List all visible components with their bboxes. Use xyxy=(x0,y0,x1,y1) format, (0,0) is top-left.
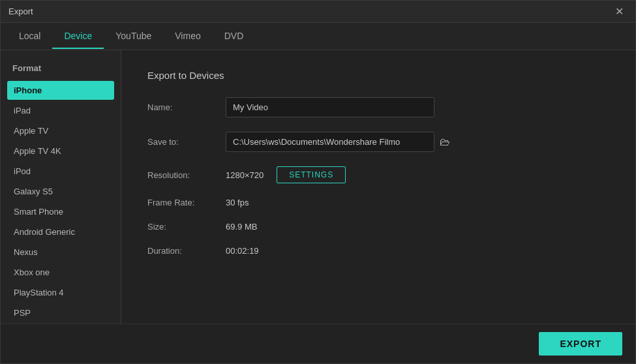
size-label: Size: xyxy=(147,222,226,232)
framerate-label: Frame Rate: xyxy=(147,198,226,207)
sidebar-item-nexus[interactable]: Nexus xyxy=(7,243,114,262)
dialog-title: Export xyxy=(8,7,33,16)
tab-device[interactable]: Device xyxy=(52,24,104,49)
saveto-wrapper: 🗁 xyxy=(226,132,450,152)
name-row: Name: xyxy=(147,97,609,117)
resolution-value: 1280×720 xyxy=(226,170,264,180)
size-row: Size: 69.9 MB xyxy=(147,222,609,232)
main-panel: Export to Devices Name: Save to: 🗁 Resol… xyxy=(121,50,635,324)
duration-value: 00:02:19 xyxy=(226,246,259,256)
sidebar-item-appletv[interactable]: Apple TV xyxy=(7,121,114,140)
settings-button[interactable]: SETTINGS xyxy=(277,166,346,183)
export-button[interactable]: EXPORT xyxy=(539,332,622,356)
footer: EXPORT xyxy=(1,324,635,363)
sidebar-title: Format xyxy=(7,63,114,73)
sidebar-item-xboxone[interactable]: Xbox one xyxy=(7,263,114,282)
saveto-row: Save to: 🗁 xyxy=(147,132,609,152)
saveto-input[interactable] xyxy=(226,132,434,152)
framerate-value: 30 fps xyxy=(226,198,249,207)
sidebar-item-ipad[interactable]: iPad xyxy=(7,101,114,120)
tab-youtube[interactable]: YouTube xyxy=(104,24,163,49)
duration-label: Duration: xyxy=(147,246,226,256)
size-value: 69.9 MB xyxy=(226,222,257,232)
sidebar-item-iphone[interactable]: iPhone xyxy=(7,81,114,100)
sidebar: Format iPhone iPad Apple TV Apple TV 4K … xyxy=(1,50,121,324)
sidebar-item-ps4[interactable]: PlayStation 4 xyxy=(7,283,114,302)
resolution-row: Resolution: 1280×720 SETTINGS xyxy=(147,166,609,183)
tab-vimeo[interactable]: Vimeo xyxy=(163,24,212,49)
sidebar-item-galaxys5[interactable]: Galaxy S5 xyxy=(7,182,114,201)
framerate-row: Frame Rate: 30 fps xyxy=(147,198,609,207)
name-label: Name: xyxy=(147,102,226,112)
sidebar-item-ipod[interactable]: iPod xyxy=(7,162,114,181)
sidebar-item-smartphone[interactable]: Smart Phone xyxy=(7,202,114,221)
panel-title: Export to Devices xyxy=(147,70,609,81)
tab-dvd[interactable]: DVD xyxy=(213,24,256,49)
saveto-label: Save to: xyxy=(147,137,226,147)
sidebar-item-psp[interactable]: PSP xyxy=(7,303,114,322)
sidebar-item-androidgeneric[interactable]: Android Generic xyxy=(7,222,114,241)
resolution-value-row: 1280×720 SETTINGS xyxy=(226,166,346,183)
name-input[interactable] xyxy=(226,97,434,117)
tab-bar: Local Device YouTube Vimeo DVD xyxy=(1,23,635,50)
folder-icon[interactable]: 🗁 xyxy=(440,136,450,148)
title-bar: Export ✕ xyxy=(1,1,635,23)
tab-local[interactable]: Local xyxy=(7,24,52,49)
content-area: Format iPhone iPad Apple TV Apple TV 4K … xyxy=(1,50,635,324)
sidebar-item-appletv4k[interactable]: Apple TV 4K xyxy=(7,142,114,160)
export-dialog: Export ✕ Local Device YouTube Vimeo DVD … xyxy=(0,0,636,364)
resolution-label: Resolution: xyxy=(147,170,226,180)
close-button[interactable]: ✕ xyxy=(611,5,628,18)
duration-row: Duration: 00:02:19 xyxy=(147,246,609,256)
